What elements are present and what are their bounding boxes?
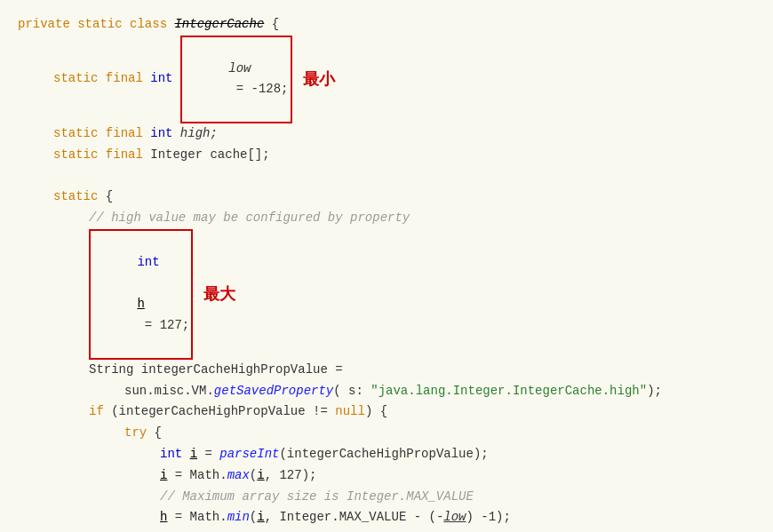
class-name: IntegerCache	[174, 14, 264, 36]
code-line-6: static {	[18, 187, 755, 208]
code-line-12: try {	[18, 423, 755, 444]
type-int-4: int	[160, 444, 182, 465]
low-highlight: low = -128;	[180, 36, 292, 123]
code-line-1: private static class IntegerCache {	[18, 14, 755, 36]
var-i-4: i	[257, 507, 264, 528]
code-line-11: if (integerCacheHighPropValue != null ) …	[18, 401, 755, 423]
keyword-static4: static	[53, 145, 98, 166]
keyword-final: final	[106, 68, 143, 90]
var-i-3: i	[257, 465, 264, 487]
keyword-try: try	[124, 423, 147, 444]
code-line-5	[18, 166, 755, 187]
type-int-1: int	[150, 68, 172, 90]
label-min: 最小	[303, 66, 335, 93]
code-line-9: String integerCacheHighPropValue =	[18, 360, 755, 381]
keyword-static3: static	[53, 123, 98, 145]
comment-1: // high value may be configured by prope…	[89, 208, 410, 229]
code-line-3: static final int high;	[18, 123, 755, 145]
keyword-catch: catch	[139, 528, 177, 532]
keyword-if: if	[89, 401, 104, 423]
var-i-2: i	[160, 465, 167, 487]
code-line-10: sun.misc.VM.getSavedProperty( s: "java.l…	[18, 381, 755, 402]
code-line-16: h = Math. min ( i , Integer.MAX_VALUE - …	[18, 507, 755, 528]
var-low-2: low	[443, 507, 466, 528]
code-container: private static class IntegerCache { stat…	[0, 0, 773, 532]
keyword-class: class	[130, 14, 167, 36]
code-line-8: int h = 127; 最大	[18, 229, 755, 360]
keyword-null: null	[335, 401, 365, 423]
label-max-1: 最大	[203, 281, 235, 308]
keyword-final3: final	[106, 145, 143, 166]
code-line-13: int i = parseInt (integerCacheHighPropVa…	[18, 444, 755, 465]
code-line-15: // Maximum array size is Integer.MAX_VAL…	[18, 487, 755, 508]
code-line-7: // high value may be configured by prope…	[18, 208, 755, 229]
keyword-static2: static	[53, 68, 98, 90]
comment-2: // Maximum array size is Integer.MAX_VAL…	[160, 487, 474, 508]
type-int-3: int	[137, 255, 159, 269]
type-int-2: int	[150, 123, 172, 145]
keyword-final2: final	[106, 123, 143, 145]
code-line-17: } catch ( NumberFormatException nfe) {	[18, 528, 755, 532]
keyword-private: private	[18, 14, 70, 36]
var-i-1: i	[190, 444, 197, 465]
var-h-1: h	[137, 297, 144, 311]
code-line-14: i = Math. max ( i , 127);	[18, 465, 755, 487]
var-h-2: h	[160, 507, 167, 528]
code-line-4: static final Integer cache[];	[18, 145, 755, 166]
code-line-2: static final int low = -128; 最小	[18, 36, 755, 123]
keyword-static: static	[77, 14, 122, 36]
h-highlight: int h = 127;	[89, 229, 193, 360]
keyword-static5: static	[53, 187, 98, 208]
var-low: low	[228, 61, 251, 75]
